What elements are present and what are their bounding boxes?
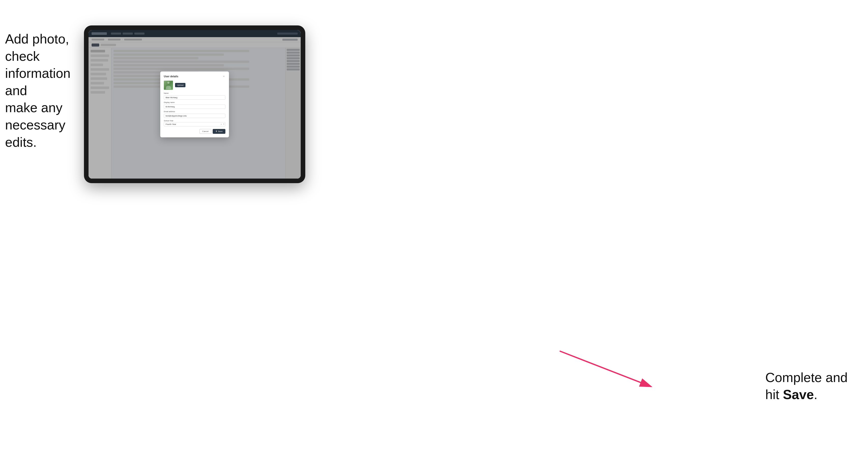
save-button[interactable]: ⬆ Save — [213, 129, 225, 134]
school-year-select-wrapper: Fourth Year First Year Second Year Third… — [164, 122, 225, 126]
name-label: Name — [164, 92, 225, 94]
cancel-button[interactable]: Cancel — [199, 129, 211, 134]
select-clear-icon[interactable]: × — [221, 123, 222, 125]
display-name-field-group: Display name — [164, 101, 225, 109]
tablet-screen: / / — [89, 30, 301, 179]
user-photo-thumbnail — [164, 81, 173, 90]
user-details-modal: User details × Upload Name — [160, 71, 229, 137]
modal-close-button[interactable]: × — [222, 75, 225, 78]
modal-footer: Cancel ⬆ Save — [164, 129, 225, 134]
email-field-group: Email address — [164, 111, 225, 118]
tablet-device: / / — [84, 25, 305, 183]
annotation-right: Complete and hit Save. — [765, 369, 848, 403]
annotation-left: Add photo, check information and make an… — [5, 31, 87, 151]
email-label: Email address — [164, 111, 225, 113]
save-icon: ⬆ — [215, 130, 217, 132]
modal-overlay: User details × Upload Name — [89, 30, 301, 179]
modal-title: User details — [164, 75, 178, 78]
upload-photo-button[interactable]: Upload — [175, 83, 185, 87]
display-name-input[interactable] — [164, 104, 225, 109]
photo-row: Upload — [164, 81, 225, 90]
modal-header: User details × — [164, 75, 225, 78]
school-year-label: School Year — [164, 120, 225, 122]
school-year-field-group: School Year Fourth Year First Year Secon… — [164, 120, 225, 126]
display-name-label: Display name — [164, 101, 225, 103]
svg-line-3 — [560, 351, 651, 386]
user-photo-image — [164, 81, 173, 90]
email-input[interactable] — [164, 114, 225, 118]
school-year-select[interactable]: Fourth Year First Year Second Year Third… — [164, 122, 225, 126]
name-field-group: Name — [164, 92, 225, 100]
name-input[interactable] — [164, 95, 225, 100]
app-background: / / — [89, 30, 301, 179]
